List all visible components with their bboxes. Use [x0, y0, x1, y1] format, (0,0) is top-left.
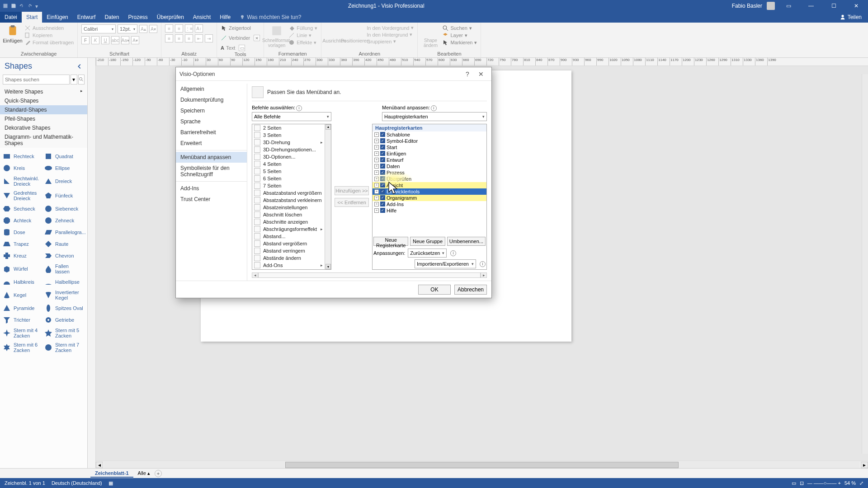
- command-item[interactable]: Abstände ändern: [252, 254, 325, 262]
- format-painter-button[interactable]: Format übertragen: [24, 39, 74, 46]
- font-size-combo[interactable]: 12pt.▾: [118, 24, 137, 33]
- pointer-tool-button[interactable]: Zeigertool: [221, 24, 251, 32]
- tree-node[interactable]: +Ansicht: [373, 182, 486, 188]
- macro-record-icon[interactable]: ▦: [108, 480, 113, 486]
- nav-item[interactable]: Erweitert: [176, 138, 247, 149]
- close-window-icon[interactable]: ✕: [847, 0, 865, 12]
- tree-node[interactable]: +Organigramm: [373, 195, 486, 201]
- layer-button[interactable]: Layer ▾: [442, 32, 477, 39]
- shape-oct[interactable]: Achteck: [2, 215, 43, 226]
- shape-trap[interactable]: Trapez: [2, 238, 43, 250]
- checkbox[interactable]: [380, 202, 385, 206]
- search-dropdown-icon[interactable]: ▾: [71, 75, 77, 84]
- tree-node[interactable]: +Symbol-Editor: [373, 138, 486, 144]
- command-item[interactable]: 2 Seiten: [252, 124, 325, 131]
- command-item[interactable]: Abstand...: [252, 233, 325, 240]
- command-item[interactable]: 3 Seiten: [252, 131, 325, 139]
- expand-icon[interactable]: +: [374, 189, 379, 194]
- align-left-button[interactable]: ≡: [165, 34, 173, 42]
- expand-icon[interactable]: +: [374, 151, 379, 156]
- tabs-tree[interactable]: +Schablone+Symbol-Editor+Start+Einfügen+…: [373, 131, 486, 235]
- ribbon-display-icon[interactable]: ▭: [779, 0, 797, 12]
- command-item[interactable]: Absatzabstand verkleinern: [252, 197, 325, 204]
- tree-node[interactable]: +Start: [373, 144, 486, 150]
- expand-icon[interactable]: +: [374, 139, 379, 143]
- scroll-right-icon[interactable]: ▸: [861, 462, 868, 468]
- paste-button[interactable]: Einfügen: [4, 24, 22, 43]
- expand-icon[interactable]: +: [374, 196, 379, 200]
- status-lang[interactable]: Deutsch (Deutschland): [52, 480, 102, 486]
- scroll-down-icon[interactable]: ▾: [326, 264, 331, 269]
- x-icon[interactable]: ✕: [254, 35, 260, 41]
- maximize-icon[interactable]: ☐: [825, 0, 843, 12]
- info-icon[interactable]: i: [431, 105, 437, 111]
- add-button[interactable]: Hinzufügen >>: [335, 186, 369, 195]
- shape-circle[interactable]: Kreis: [2, 162, 43, 174]
- command-item[interactable]: Ähnliche Shapes suchen: [252, 269, 325, 270]
- shape-hellipse[interactable]: Halbellipse: [43, 276, 85, 288]
- rect-tool-icon[interactable]: ▭: [239, 45, 245, 51]
- shape-cube[interactable]: Würfel: [2, 262, 43, 276]
- shape-rect[interactable]: Rechteck: [2, 150, 43, 162]
- help-button[interactable]: ?: [461, 70, 474, 78]
- cancel-button[interactable]: Abbrechen: [454, 285, 487, 295]
- shape-cross[interactable]: Kreuz: [2, 250, 43, 262]
- stencil-item[interactable]: Quick-Shapes: [0, 96, 87, 105]
- checkbox[interactable]: [380, 151, 385, 156]
- tree-node[interactable]: +Entwurf: [373, 157, 486, 163]
- shape-oval[interactable]: Spitzes Oval: [43, 302, 85, 314]
- horizontal-scrollbar[interactable]: ◂ ▸: [96, 461, 868, 468]
- stencil-item[interactable]: Weitere Shapes ▸: [0, 87, 87, 96]
- case-button[interactable]: Aa▾: [121, 36, 129, 44]
- tab-ansicht[interactable]: Ansicht: [189, 12, 215, 23]
- redo-icon[interactable]: [27, 3, 33, 9]
- new-group-button[interactable]: Neue Gruppe: [410, 237, 445, 246]
- position-button[interactable]: Positionieren: [346, 24, 364, 43]
- command-item[interactable]: Abschnitt löschen: [252, 211, 325, 218]
- shapes-search-input[interactable]: [3, 75, 70, 84]
- tab-einfügen[interactable]: Einfügen: [42, 12, 72, 23]
- copy-button[interactable]: Kopieren: [24, 32, 74, 39]
- zoom-value[interactable]: 54 %: [844, 480, 856, 486]
- shape-drop[interactable]: Fallen lassen: [43, 262, 85, 276]
- fit-window-icon[interactable]: ⤢: [859, 480, 863, 486]
- indent-inc-button[interactable]: ⇥: [205, 34, 213, 42]
- tab-entwurf[interactable]: Entwurf: [73, 12, 100, 23]
- share-button[interactable]: Teilen: [840, 12, 868, 23]
- shape-s5[interactable]: Stern mit 5 Zacken: [43, 326, 85, 340]
- collapse-icon[interactable]: [76, 63, 83, 70]
- expand-icon[interactable]: +: [374, 145, 379, 150]
- shape-gear[interactable]: Getriebe: [43, 314, 85, 326]
- remove-button[interactable]: << Entfernen: [335, 198, 369, 207]
- nav-item[interactable]: Add-Ins: [176, 183, 247, 194]
- fit-page-icon[interactable]: ⊡: [800, 480, 804, 486]
- tab-file[interactable]: Datei: [0, 12, 22, 23]
- shape-pyr[interactable]: Pyramide: [2, 302, 43, 314]
- send-back-button[interactable]: In den Hintergrund ▾: [367, 31, 414, 38]
- shape-pent[interactable]: Fünfeck: [43, 188, 85, 203]
- command-item[interactable]: Abschnitte anzeigen: [252, 218, 325, 225]
- command-item[interactable]: Absatzabstand vergrößern: [252, 189, 325, 197]
- user-name[interactable]: Fabio Basler: [732, 3, 762, 9]
- command-item[interactable]: 3D-Optionen...: [252, 153, 325, 160]
- checkbox[interactable]: [380, 132, 385, 137]
- shape-diamond[interactable]: Raute: [43, 238, 85, 250]
- undo-icon[interactable]: [19, 3, 24, 9]
- shape-ellipse[interactable]: Ellipse: [43, 162, 85, 174]
- command-item[interactable]: 6 Seiten: [252, 175, 325, 182]
- shape-s7[interactable]: Stern mit 7 Zacken: [43, 340, 85, 355]
- expand-icon[interactable]: +: [374, 208, 379, 213]
- text-direction-button[interactable]: A↕: [195, 24, 203, 33]
- search-go-icon[interactable]: [78, 75, 85, 84]
- info-icon[interactable]: i: [480, 261, 486, 267]
- nav-item[interactable]: Allgemein: [176, 84, 247, 94]
- vertical-scrollbar[interactable]: [862, 74, 868, 454]
- shape-hept[interactable]: Siebeneck: [43, 203, 85, 215]
- checkbox[interactable]: [380, 170, 385, 175]
- qat-dropdown-icon[interactable]: ▾: [35, 3, 41, 9]
- align-center-button[interactable]: ≡: [175, 34, 183, 42]
- tab-hilfe[interactable]: Hilfe: [215, 12, 235, 23]
- tab-überprüfen[interactable]: Überprüfen: [152, 12, 189, 23]
- tree-node[interactable]: +Prozess: [373, 169, 486, 176]
- indent-dec-button[interactable]: ⇤: [195, 34, 203, 42]
